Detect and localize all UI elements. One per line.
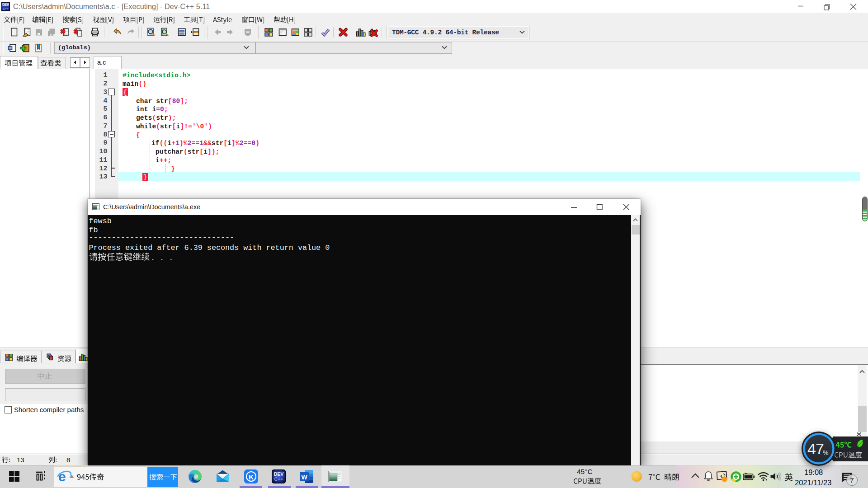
svg-text:DEV: DEV [2, 3, 9, 6]
svg-text:C++: C++ [3, 7, 9, 10]
svg-text:DEV: DEV [274, 471, 284, 477]
svg-text:W: W [301, 474, 307, 481]
svg-text:K: K [249, 473, 254, 481]
svg-text:C++: C++ [274, 476, 283, 482]
